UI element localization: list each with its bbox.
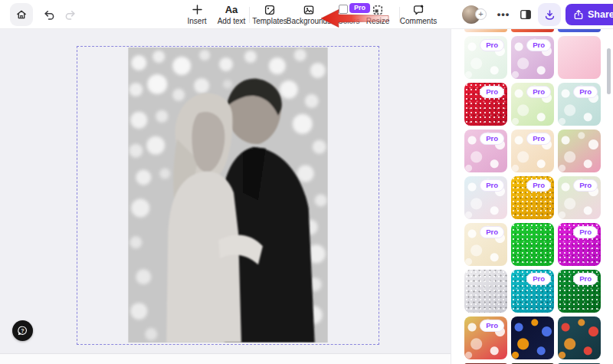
share-label: Share <box>588 9 613 20</box>
background-thumbnail[interactable]: Pro <box>464 176 507 219</box>
pro-badge: Pro <box>526 179 551 192</box>
background-thumbnail[interactable] <box>558 36 601 79</box>
background-thumbnail[interactable] <box>511 29 554 32</box>
share-icon <box>573 9 584 20</box>
background-thumbnail[interactable]: Pro <box>464 36 507 79</box>
background-thumbnail[interactable]: Pro <box>464 316 507 359</box>
pro-badge: Pro <box>526 39 551 51</box>
app-window: Insert Aa Add text Templates <box>0 0 613 364</box>
help-chat-icon: ? <box>17 325 28 336</box>
more-menu-button[interactable]: ••• <box>495 6 512 23</box>
pro-badge: Pro <box>480 86 504 98</box>
pro-badge: Pro <box>573 86 598 98</box>
background-thumbnail[interactable]: Pro <box>558 83 601 126</box>
add-text-icon: Aa <box>225 3 238 16</box>
background-thumbnail[interactable]: Pro <box>558 223 601 266</box>
pro-badge: Pro <box>526 86 551 98</box>
pro-badge: Pro <box>480 226 504 238</box>
background-thumbnail[interactable] <box>511 223 554 266</box>
comment-icon <box>412 3 425 16</box>
undo-button[interactable] <box>42 8 55 21</box>
background-thumbnail[interactable] <box>558 316 601 359</box>
background-thumbnail[interactable] <box>464 29 507 32</box>
background-thumbnail[interactable]: Pro <box>511 36 554 79</box>
tool-comments[interactable]: Comments <box>394 3 443 25</box>
home-button[interactable] <box>10 3 33 26</box>
backgrounds-panel: ProProProProProProProProProProProProProP… <box>451 29 613 364</box>
pro-badge: Pro <box>480 133 504 145</box>
photo-couple-bokeh[interactable] <box>128 48 328 343</box>
background-thumbnail[interactable]: Pro <box>511 83 554 126</box>
pro-badge: Pro <box>480 179 504 192</box>
panel-toggle-button[interactable] <box>519 8 533 21</box>
template-icon <box>264 3 276 16</box>
tool-label: Insert <box>187 17 206 25</box>
background-thumbnail[interactable]: Pro <box>511 130 554 172</box>
add-member-button[interactable]: + <box>475 8 487 20</box>
pro-badge: Pro <box>573 273 598 285</box>
pro-badge: Pro <box>573 179 598 192</box>
background-thumbnail[interactable]: Pro <box>464 130 507 172</box>
redo-button[interactable] <box>64 8 77 21</box>
tool-label: Add text <box>218 17 246 25</box>
image-icon <box>303 3 315 16</box>
plus-icon <box>192 3 203 16</box>
background-thumbnail[interactable]: Pro <box>511 176 554 219</box>
help-button[interactable]: ? <box>12 320 33 341</box>
background-thumbnail[interactable]: Pro <box>464 83 507 126</box>
pro-badge: Pro <box>573 226 598 238</box>
background-thumbnail[interactable] <box>558 29 601 32</box>
background-thumbnail[interactable] <box>511 316 554 359</box>
redo-icon <box>64 8 77 21</box>
color-swatch-icon <box>339 5 348 14</box>
pro-badge: Pro <box>480 320 504 332</box>
background-thumbnail[interactable] <box>464 270 507 313</box>
svg-text:?: ? <box>21 328 24 333</box>
share-button[interactable]: Share <box>565 4 613 25</box>
tool-label: Templates <box>252 17 287 25</box>
background-grid: ProProProProProProProProProProProProProP… <box>464 29 601 364</box>
background-thumbnail[interactable]: Pro <box>511 270 554 313</box>
background-thumbnail[interactable]: Pro <box>558 270 601 313</box>
pro-badge: Pro <box>526 273 551 285</box>
pro-badge: Pro <box>480 39 504 51</box>
top-toolbar: Insert Aa Add text Templates <box>0 0 613 29</box>
undo-icon <box>42 8 55 21</box>
home-icon <box>15 8 28 21</box>
tool-label: Comments <box>400 17 437 25</box>
pro-badge: Pro <box>526 133 551 145</box>
canvas-area: ? <box>0 29 451 364</box>
resize-icon <box>372 3 384 16</box>
footer-bar <box>0 353 451 364</box>
download-icon <box>543 8 556 21</box>
tool-label: Resize <box>366 17 390 25</box>
background-thumbnail[interactable]: Pro <box>558 176 601 219</box>
background-thumbnail[interactable] <box>558 130 601 172</box>
background-thumbnail[interactable]: Pro <box>464 223 507 266</box>
scrollbar[interactable] <box>607 48 611 94</box>
download-button[interactable] <box>538 3 561 26</box>
panel-icon <box>519 8 533 21</box>
